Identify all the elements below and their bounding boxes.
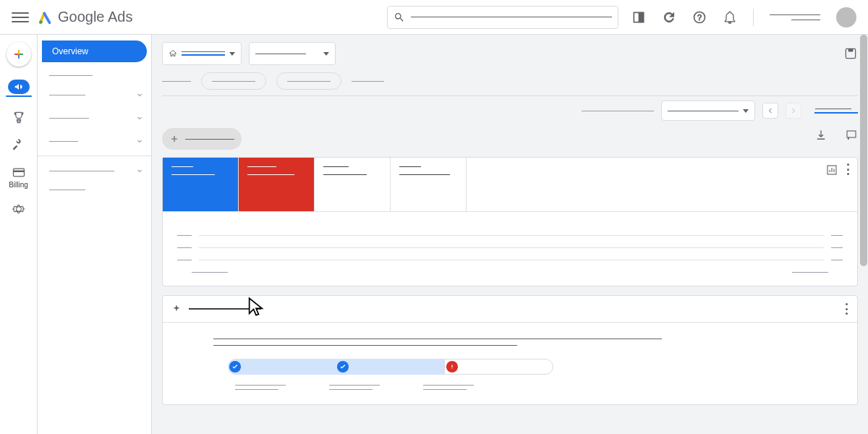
description-line bbox=[213, 339, 662, 339]
svg-point-0 bbox=[39, 20, 43, 24]
create-button[interactable] bbox=[7, 42, 31, 67]
menu-hamburger-icon[interactable] bbox=[12, 9, 29, 26]
sparkle-icon bbox=[171, 304, 182, 314]
ads-logo-icon bbox=[38, 9, 54, 25]
filter-label bbox=[162, 81, 191, 82]
refresh-icon[interactable] bbox=[662, 10, 676, 25]
chevron-left-icon bbox=[766, 106, 775, 115]
sidebar-item-1[interactable] bbox=[38, 68, 151, 83]
rail-goals[interactable] bbox=[6, 110, 32, 124]
rail-billing-label: Billing bbox=[9, 181, 28, 189]
save-view-icon[interactable] bbox=[843, 46, 858, 61]
rail-billing[interactable]: Billing bbox=[6, 165, 32, 189]
header-actions: ? bbox=[631, 7, 856, 27]
card-menu-icon[interactable] bbox=[847, 163, 850, 175]
step-done-icon bbox=[229, 361, 241, 373]
main-content bbox=[152, 35, 868, 434]
date-range-dropdown[interactable] bbox=[661, 101, 755, 121]
appearance-icon[interactable] bbox=[631, 10, 646, 25]
metric-tab-4[interactable] bbox=[391, 158, 467, 211]
sidebar-item-6[interactable] bbox=[38, 182, 151, 197]
megaphone-icon bbox=[13, 81, 25, 93]
chevron-down-icon bbox=[135, 137, 144, 145]
gear-icon bbox=[12, 202, 26, 216]
svg-text:?: ? bbox=[697, 13, 702, 22]
svg-rect-2 bbox=[639, 12, 644, 22]
left-nav-rail: Billing bbox=[0, 35, 38, 434]
sidebar-item-5[interactable] bbox=[38, 159, 151, 182]
step-label-1 bbox=[235, 385, 286, 390]
billing-icon bbox=[12, 165, 26, 179]
svg-rect-6 bbox=[13, 171, 24, 173]
svg-rect-8 bbox=[848, 48, 854, 51]
help-icon[interactable]: ? bbox=[692, 10, 707, 25]
rail-tools[interactable] bbox=[6, 137, 32, 152]
product-name: Google Ads bbox=[58, 9, 132, 25]
scrollbar-thumb[interactable] bbox=[860, 35, 867, 266]
filter-chip-2[interactable] bbox=[276, 72, 341, 90]
download-icon[interactable] bbox=[814, 129, 827, 142]
avatar[interactable] bbox=[836, 7, 856, 27]
metric-tab-3[interactable] bbox=[315, 158, 391, 211]
chevron-down-icon bbox=[135, 114, 144, 122]
date-prev-button[interactable] bbox=[762, 103, 778, 119]
sidebar-item-4[interactable] bbox=[38, 129, 151, 153]
chevron-down-icon bbox=[135, 90, 144, 99]
svg-rect-5 bbox=[13, 169, 24, 176]
filter-trailing bbox=[352, 81, 384, 82]
chevron-down-icon bbox=[135, 166, 144, 175]
plus-icon bbox=[12, 47, 26, 61]
date-next-button[interactable] bbox=[786, 103, 801, 119]
account-switcher[interactable] bbox=[770, 14, 820, 20]
recommendations-card bbox=[162, 295, 858, 405]
sidebar-item-3[interactable] bbox=[38, 106, 151, 129]
step-alert-icon bbox=[446, 361, 458, 373]
step-label-2 bbox=[329, 385, 380, 390]
search-input[interactable] bbox=[387, 6, 618, 29]
feedback-icon[interactable] bbox=[845, 129, 858, 142]
compare-tab[interactable] bbox=[809, 109, 858, 114]
summary-text bbox=[582, 111, 654, 111]
filter-chip-1[interactable] bbox=[201, 72, 266, 90]
step-done-icon bbox=[337, 361, 349, 373]
top-header: Google Ads ? bbox=[0, 0, 868, 35]
svg-rect-9 bbox=[847, 131, 856, 137]
trophy-icon bbox=[12, 110, 26, 124]
home-icon bbox=[169, 48, 177, 59]
notifications-icon[interactable] bbox=[723, 10, 737, 25]
metric-tab-2[interactable] bbox=[239, 158, 315, 211]
search-icon bbox=[393, 12, 405, 23]
add-metric-button[interactable] bbox=[162, 128, 242, 150]
metric-tab-1[interactable] bbox=[163, 158, 239, 211]
chevron-right-icon bbox=[789, 106, 798, 115]
mouse-cursor-icon bbox=[246, 297, 266, 317]
chart-settings-icon[interactable] bbox=[825, 163, 838, 176]
rail-campaigns[interactable] bbox=[6, 80, 32, 97]
card-menu-icon[interactable] bbox=[846, 303, 848, 315]
sidebar-item-overview[interactable]: Overview bbox=[42, 41, 147, 62]
account-dropdown[interactable] bbox=[162, 42, 242, 65]
rail-admin[interactable] bbox=[6, 202, 32, 216]
scope-dropdown[interactable] bbox=[249, 42, 336, 65]
side-panel: Overview bbox=[38, 35, 152, 434]
performance-card bbox=[162, 157, 858, 286]
sidebar-item-2[interactable] bbox=[38, 83, 151, 106]
product-logo[interactable]: Google Ads bbox=[38, 9, 132, 25]
description-line bbox=[213, 345, 517, 346]
tools-icon bbox=[12, 137, 26, 152]
progress-stepper bbox=[228, 359, 553, 375]
chart-area bbox=[163, 212, 857, 286]
plus-icon bbox=[169, 134, 179, 144]
step-label-3 bbox=[423, 385, 474, 390]
